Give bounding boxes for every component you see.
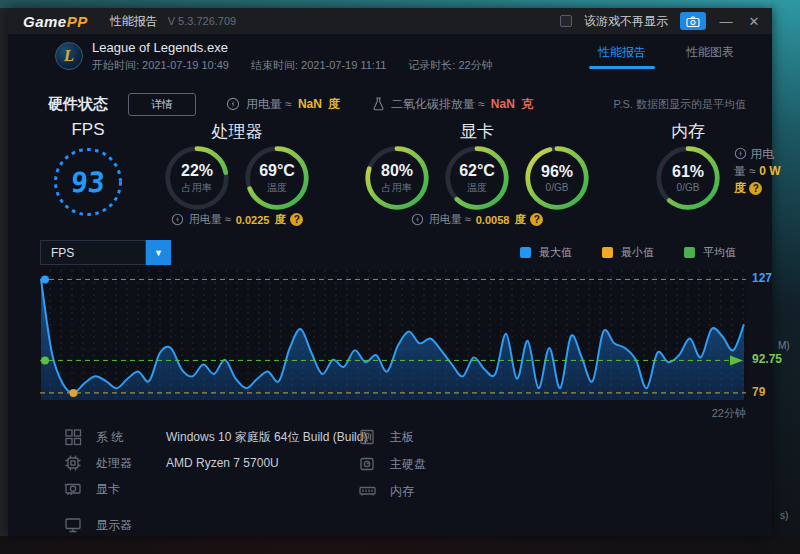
system-row-cpu: 处理器 AMD Ryzen 7 5700U xyxy=(62,452,279,474)
version-label: V 5.3.726.709 xyxy=(168,15,237,27)
hardware-status-title: 硬件状态 xyxy=(48,95,108,114)
system-info: 系 统 Windows 10 家庭版 64位 Build (Build) 处理器… xyxy=(8,426,772,536)
system-row-ram: 内存 xyxy=(356,480,460,502)
camera-icon xyxy=(686,16,700,27)
taskbar-background xyxy=(0,536,800,554)
game-name: League of Legends.exe xyxy=(92,40,228,55)
ram-icon xyxy=(356,482,378,500)
flask-icon xyxy=(372,97,385,111)
legend-min-swatch xyxy=(602,247,613,258)
co2-emission: 二氧化碳排放量 ≈ NaN 克 xyxy=(372,96,533,113)
system-row-monitor: 显示器 xyxy=(62,514,166,536)
mem-usage-ring: 61%0/GB xyxy=(654,144,722,212)
power-icon xyxy=(734,147,747,160)
chart-legend: 最大值 最小值 平均值 xyxy=(520,245,736,260)
cpu-rings: 22%占用率 69°C温度 xyxy=(148,144,326,212)
end-time: 结束时间: 2021-07-19 11:11 xyxy=(251,58,386,73)
legend-avg-swatch xyxy=(684,247,695,258)
metric-select-value[interactable]: FPS xyxy=(40,240,146,265)
dont-show-label[interactable]: 该游戏不再显示 xyxy=(584,13,668,30)
system-row-gpu: 显卡 xyxy=(62,478,166,500)
window-body: L League of Legends.exe 开始时间: 2021-07-19… xyxy=(8,34,772,536)
cpu-icon xyxy=(62,454,84,472)
report-tabs: 性能报告 性能图表 xyxy=(578,44,754,69)
power-icon xyxy=(171,213,184,226)
gpu-section-label: 显卡 xyxy=(344,120,610,143)
cpu-usage-ring: 22%占用率 xyxy=(163,144,231,212)
tab-performance-report[interactable]: 性能报告 xyxy=(578,44,666,69)
fps-chart[interactable]: 127 92.75 79 xyxy=(40,270,780,402)
record-duration: 记录时长: 22分钟 xyxy=(408,58,492,73)
help-icon[interactable]: ? xyxy=(290,213,303,226)
title-bar: GamePP 性能报告 V 5.3.726.709 该游戏不再显示 — ✕ xyxy=(8,8,772,34)
fps-section-label: FPS xyxy=(40,120,136,140)
mem-power-line: 用电量 ≈ 0 W 度 ? xyxy=(734,146,782,197)
chart-min-label: 79 xyxy=(752,385,765,399)
help-icon[interactable]: ? xyxy=(749,182,762,195)
system-icon xyxy=(62,428,84,446)
metric-select[interactable]: FPS ▼ xyxy=(40,240,171,265)
power-icon xyxy=(226,97,240,111)
window-title: 性能报告 xyxy=(110,13,158,30)
cpu-temp-ring: 69°C温度 xyxy=(243,144,311,212)
gamepp-report-window: GamePP 性能报告 V 5.3.726.709 该游戏不再显示 — ✕ L … xyxy=(8,8,772,536)
start-time: 开始时间: 2021-07-19 10:49 xyxy=(92,58,229,73)
fps-value: 93 xyxy=(49,146,127,218)
fps-chart-canvas[interactable] xyxy=(40,270,746,400)
game-icon: L xyxy=(55,42,83,70)
chart-max-label: 127 xyxy=(752,271,772,285)
motherboard-icon xyxy=(356,428,378,446)
gpu-rings: 80%占用率 62°C温度 96%0/GB xyxy=(344,144,610,212)
background-text-fragment: s) xyxy=(780,510,788,521)
power-icon xyxy=(411,213,424,226)
gpu-vram-ring: 96%0/GB xyxy=(523,144,591,212)
gpu-usage-ring: 80%占用率 xyxy=(363,144,431,212)
gpu-power-line: 用电量 ≈ 0.0058 度 ? xyxy=(344,212,610,227)
legend-min[interactable]: 最小值 xyxy=(602,245,654,260)
cpu-power-line: 用电量 ≈ 0.0225 度 ? xyxy=(148,212,326,227)
disk-icon xyxy=(356,455,378,473)
gpu-icon xyxy=(62,480,84,498)
system-row-motherboard: 主板 xyxy=(356,426,460,448)
tab-performance-chart[interactable]: 性能图表 xyxy=(666,44,754,69)
legend-avg[interactable]: 平均值 xyxy=(684,245,736,260)
chevron-down-icon[interactable]: ▼ xyxy=(146,240,171,265)
gpu-temp-ring: 62°C温度 xyxy=(443,144,511,212)
help-icon[interactable]: ? xyxy=(530,213,543,226)
chart-duration-label: 22分钟 xyxy=(40,406,746,421)
gamepp-logo: GamePP xyxy=(23,13,88,30)
cpu-section-label: 处理器 xyxy=(148,120,326,143)
mem-rings: 61%0/GB xyxy=(644,144,732,212)
mem-section-label: 内存 xyxy=(644,120,732,143)
details-button[interactable]: 详情 xyxy=(128,93,196,116)
system-row-disk: 主硬盘 xyxy=(356,453,460,475)
close-button[interactable]: ✕ xyxy=(746,14,762,29)
hardware-status-row: 硬件状态 详情 用电量 ≈ NaN 度 二氧化碳排放量 ≈ NaN 克 P.S.… xyxy=(48,92,746,116)
total-power-usage: 用电量 ≈ NaN 度 xyxy=(226,96,340,113)
screenshot-button[interactable] xyxy=(680,12,706,30)
legend-max[interactable]: 最大值 xyxy=(520,245,572,260)
ps-note: P.S. 数据图显示的是平均值 xyxy=(614,97,746,112)
chart-avg-label: 92.75 xyxy=(752,352,782,366)
minimize-button[interactable]: — xyxy=(718,14,734,29)
session-times: 开始时间: 2021-07-19 10:49 结束时间: 2021-07-19 … xyxy=(92,58,493,73)
fps-gauge: 93 xyxy=(52,146,124,218)
monitor-icon xyxy=(62,516,84,534)
system-row-os: 系 统 Windows 10 家庭版 64位 Build (Build) xyxy=(62,426,367,448)
dont-show-checkbox[interactable] xyxy=(560,15,572,27)
legend-max-swatch xyxy=(520,247,531,258)
